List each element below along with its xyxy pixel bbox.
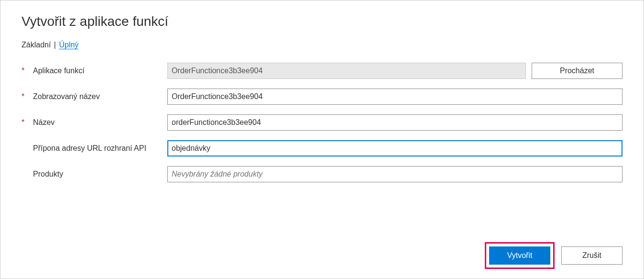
input-col xyxy=(167,166,622,182)
row-display-name: * Zobrazovaný název xyxy=(22,89,622,105)
row-function-app: * Aplikace funkcí Procházet xyxy=(22,63,622,79)
api-url-suffix-input[interactable] xyxy=(167,140,622,156)
tab-separator: | xyxy=(54,41,56,49)
dialog-footer: Vytvořit Zrušit xyxy=(22,242,622,269)
tab-full[interactable]: Úplný xyxy=(59,41,78,49)
label-col: * Zobrazovaný název xyxy=(22,92,167,101)
input-col xyxy=(167,140,622,156)
row-api-url-suffix: * Přípona adresy URL rozhraní API xyxy=(22,140,622,156)
browse-button[interactable]: Procházet xyxy=(532,63,622,79)
create-from-function-app-dialog: Vytvořit z aplikace funkcí Základní | Úp… xyxy=(0,0,644,279)
required-asterisk: * xyxy=(22,67,33,75)
label-col: * Název xyxy=(22,118,167,127)
form: * Aplikace funkcí Procházet * Zobrazovan… xyxy=(22,63,622,182)
function-app-label: Aplikace funkcí xyxy=(33,67,85,75)
row-products: * Produkty xyxy=(22,166,622,182)
products-input[interactable] xyxy=(167,166,622,182)
create-button[interactable]: Vytvořit xyxy=(489,246,550,265)
tab-basic[interactable]: Základní xyxy=(22,41,51,49)
required-asterisk: * xyxy=(22,119,33,126)
cancel-button[interactable]: Zrušit xyxy=(561,246,622,265)
input-col: Procházet xyxy=(167,63,622,79)
label-col: * Produkty xyxy=(22,170,167,179)
view-tabs: Základní | Úplný xyxy=(22,41,622,49)
display-name-label: Zobrazovaný název xyxy=(33,92,100,101)
name-label: Název xyxy=(33,118,55,127)
products-label: Produkty xyxy=(33,170,63,179)
required-asterisk: * xyxy=(22,93,33,100)
display-name-input[interactable] xyxy=(167,89,622,105)
function-app-input xyxy=(167,63,526,79)
api-url-suffix-label: Přípona adresy URL rozhraní API xyxy=(33,144,146,153)
input-col xyxy=(167,114,622,131)
name-input[interactable] xyxy=(167,114,622,131)
create-button-highlight: Vytvořit xyxy=(485,242,555,269)
label-col: * Přípona adresy URL rozhraní API xyxy=(22,144,167,153)
row-name: * Název xyxy=(22,114,622,131)
dialog-title: Vytvořit z aplikace funkcí xyxy=(22,14,622,29)
input-col xyxy=(167,89,622,105)
label-col: * Aplikace funkcí xyxy=(22,67,167,75)
